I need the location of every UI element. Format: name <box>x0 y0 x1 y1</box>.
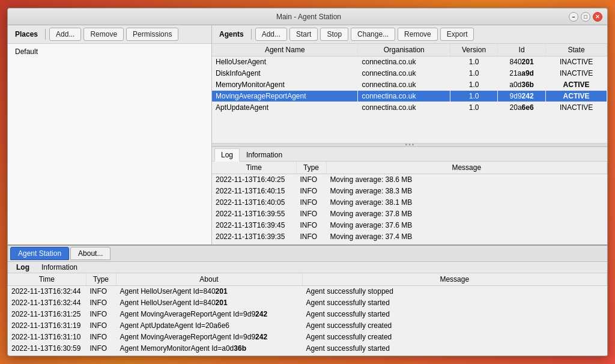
agent-row-0[interactable]: HelloUserAgent connectina.co.uk 1.0 8402… <box>212 56 607 68</box>
toolbar-sep-1 <box>45 29 46 40</box>
agent-version-cell: 1.0 <box>450 56 498 68</box>
bottom-row-1[interactable]: 2022-11-13T16:32:44 INFO Agent HelloUser… <box>8 297 607 309</box>
bottom-panel: Agent Station About... Log Information T… <box>8 244 607 356</box>
log-row-3[interactable]: 2022-11-13T16:39:55 INFO Moving average:… <box>212 208 607 220</box>
bottom-row-2[interactable]: 2022-11-13T16:31:25 INFO Agent MovingAve… <box>8 309 607 320</box>
bottom-table: Time Type About Message 2022-11-13T16:32… <box>8 273 607 356</box>
bottom-log-tab-log[interactable]: Log <box>10 262 35 273</box>
agent-name-cell: DiskInfoAgent <box>212 68 358 79</box>
bottom-about-cell: Agent MovingAverageReportAgent Id=9d9242 <box>116 332 302 343</box>
places-add-button[interactable]: Add... <box>49 28 81 41</box>
tab-information[interactable]: Information <box>240 148 289 161</box>
log-message-cell: Moving average: 38.6 MB <box>326 174 607 186</box>
agents-change-button[interactable]: Change... <box>351 28 395 41</box>
agents-add-button[interactable]: Add... <box>255 28 287 41</box>
places-default-item[interactable]: Default <box>13 46 207 57</box>
bottom-about-cell: Agent MemoryMonitorAgent Id=a0d36b <box>116 354 302 356</box>
bottom-message-cell: Agent successfully started <box>302 343 607 354</box>
agents-stop-button[interactable]: Stop <box>320 28 348 41</box>
log-table-container: Time Type Message 2022-11-13T16:40:25 IN… <box>212 162 607 244</box>
bottom-message-cell: Agent successfully started <box>302 297 607 309</box>
agent-name-cell: AptUpdateAgent <box>212 102 358 114</box>
bottom-row-5[interactable]: 2022-11-13T16:30:59 INFO Agent MemoryMon… <box>8 343 607 354</box>
maximize-button[interactable]: □ <box>581 12 590 22</box>
window-title: Main - Agent Station <box>49 13 569 21</box>
places-toolbar: Places Add... Remove Permissions <box>8 25 211 44</box>
bottom-time-cell: 2022-11-13T16:31:25 <box>8 309 86 320</box>
bottom-row-3[interactable]: 2022-11-13T16:31:19 INFO Agent AptUpdate… <box>8 320 607 332</box>
agents-table-header: Agent Name Organisation Version Id State <box>212 44 607 56</box>
col-organisation: Organisation <box>358 44 450 56</box>
col-version: Version <box>450 44 498 56</box>
close-button[interactable]: ✕ <box>593 12 602 22</box>
titlebar: Main - Agent Station – □ ✕ <box>8 8 607 25</box>
bottom-row-6[interactable]: 2022-11-13T16:30:59 INFO Agent MemoryMon… <box>8 354 607 356</box>
agent-org-cell: connectina.co.uk <box>358 68 450 79</box>
agent-row-1[interactable]: DiskInfoAgent connectina.co.uk 1.0 21aa9… <box>212 68 607 79</box>
agent-row-2[interactable]: MemoryMonitorAgent connectina.co.uk 1.0 … <box>212 79 607 91</box>
log-time-cell: 2022-11-13T16:39:35 <box>212 231 296 243</box>
bottom-row-4[interactable]: 2022-11-13T16:31:10 INFO Agent MovingAve… <box>8 332 607 343</box>
log-row-0[interactable]: 2022-11-13T16:40:25 INFO Moving average:… <box>212 174 607 186</box>
log-time-cell: 2022-11-13T16:40:05 <box>212 197 296 208</box>
agent-state-cell: ACTIVE <box>546 79 607 91</box>
log-row-5[interactable]: 2022-11-13T16:39:35 INFO Moving average:… <box>212 231 607 243</box>
agents-remove-button[interactable]: Remove <box>398 28 438 41</box>
log-table: Time Type Message 2022-11-13T16:40:25 IN… <box>212 162 607 244</box>
bottom-type-cell: INFO <box>86 286 116 297</box>
agent-org-cell: connectina.co.uk <box>358 102 450 114</box>
agents-table-container: Agent Name Organisation Version Id State… <box>212 44 607 143</box>
bottom-type-cell: INFO <box>86 309 116 320</box>
bottom-log-tab-information[interactable]: Information <box>35 262 83 273</box>
agents-sep-1 <box>251 29 252 40</box>
bottom-message-cell: Agent successfully stopped <box>302 286 607 297</box>
agent-id-cell: 9d9242 <box>498 91 546 102</box>
agents-start-button[interactable]: Start <box>289 28 318 41</box>
agent-state-cell: INACTIVE <box>546 102 607 114</box>
left-panel: Places Add... Remove Permissions Default <box>8 25 212 244</box>
log-section: Log Information Time Type Message <box>212 147 607 244</box>
main-content: Places Add... Remove Permissions Default… <box>8 25 607 244</box>
agent-state-cell: INACTIVE <box>546 56 607 68</box>
log-header-row: Time Type Message <box>212 162 607 174</box>
col-agent-name: Agent Name <box>212 44 358 56</box>
bottom-table-container: Time Type About Message 2022-11-13T16:32… <box>8 273 607 356</box>
log-type-cell: INFO <box>296 197 326 208</box>
log-row-4[interactable]: 2022-11-13T16:39:45 INFO Moving average:… <box>212 220 607 231</box>
bottom-time-cell: 2022-11-13T16:30:59 <box>8 343 86 354</box>
col-id: Id <box>498 44 546 56</box>
tab-log[interactable]: Log <box>214 148 240 162</box>
agent-version-cell: 1.0 <box>450 79 498 91</box>
main-window: Main - Agent Station – □ ✕ Places Add...… <box>7 8 608 356</box>
bottom-tab-agent-station[interactable]: Agent Station <box>10 247 69 260</box>
places-list: Default <box>8 44 211 244</box>
right-panel: Agents Add... Start Stop Change... Remov… <box>212 25 607 244</box>
agents-table: Agent Name Organisation Version Id State… <box>212 44 607 114</box>
minimize-button[interactable]: – <box>569 12 578 22</box>
bottom-type-cell: INFO <box>86 297 116 309</box>
bottom-time-cell: 2022-11-13T16:32:44 <box>8 286 86 297</box>
bottom-type-cell: INFO <box>86 320 116 332</box>
log-row-2[interactable]: 2022-11-13T16:40:05 INFO Moving average:… <box>212 197 607 208</box>
bottom-row-0[interactable]: 2022-11-13T16:32:44 INFO Agent HelloUser… <box>8 286 607 297</box>
agent-org-cell: connectina.co.uk <box>358 91 450 102</box>
log-row-1[interactable]: 2022-11-13T16:40:15 INFO Moving average:… <box>212 186 607 197</box>
bottom-tab-about[interactable]: About... <box>70 247 111 260</box>
bottom-message-cell: Agent successfully created <box>302 332 607 343</box>
agent-version-cell: 1.0 <box>450 91 498 102</box>
log-col-type: Type <box>296 162 326 174</box>
agent-row-4[interactable]: AptUpdateAgent connectina.co.uk 1.0 20a6… <box>212 102 607 114</box>
agents-toolbar: Agents Add... Start Stop Change... Remov… <box>212 25 607 44</box>
places-remove-button[interactable]: Remove <box>83 28 124 41</box>
bottom-about-cell: Agent HelloUserAgent Id=840201 <box>116 286 302 297</box>
bottom-time-cell: 2022-11-13T16:31:19 <box>8 320 86 332</box>
log-tabs: Log Information <box>212 147 607 162</box>
bottom-col-time: Time <box>8 273 86 286</box>
agent-row-3[interactable]: MovingAverageReportAgent connectina.co.u… <box>212 91 607 102</box>
log-col-message: Message <box>326 162 607 174</box>
bottom-time-cell: 2022-11-13T16:32:44 <box>8 297 86 309</box>
places-permissions-button[interactable]: Permissions <box>126 28 178 41</box>
log-type-cell: INFO <box>296 186 326 197</box>
agents-export-button[interactable]: Export <box>440 28 474 41</box>
bottom-about-cell: Agent HelloUserAgent Id=840201 <box>116 297 302 309</box>
